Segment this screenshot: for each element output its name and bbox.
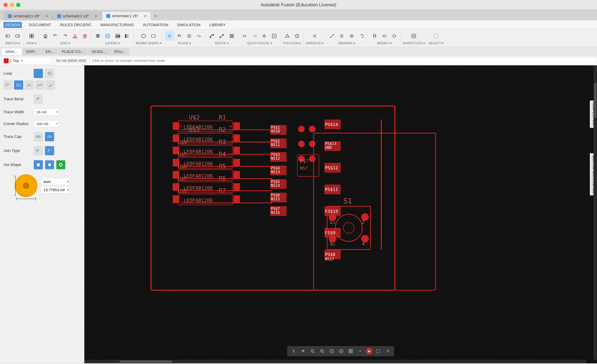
loop-btn-filled[interactable]	[34, 69, 43, 78]
redo-icon[interactable]	[61, 32, 70, 40]
qroute-icon-b[interactable]	[250, 32, 259, 40]
join-type-round[interactable]	[45, 146, 54, 155]
board-icon-b[interactable]	[149, 32, 158, 40]
tab-close-2[interactable]: ✕	[94, 14, 97, 18]
zoom-in-small-icon[interactable]	[319, 348, 326, 355]
qroute-icon-c[interactable]	[260, 32, 269, 40]
zoom-in-icon[interactable]	[338, 348, 345, 355]
menu-automation[interactable]: AUTOMATION	[141, 22, 170, 28]
via-size-select[interactable]: auto 10 mil 20 mil	[41, 178, 70, 185]
grid-icon[interactable]	[347, 348, 354, 355]
delete-icon[interactable]	[80, 32, 89, 40]
select-icon[interactable]	[432, 32, 441, 40]
trace-style-a[interactable]	[4, 80, 13, 90]
close-button[interactable]	[4, 3, 8, 7]
eye-icon[interactable]: 👁	[299, 348, 307, 355]
svg-point-27	[125, 34, 126, 35]
layers-icon-a[interactable]	[93, 32, 102, 40]
polygon-icon-a[interactable]	[283, 32, 292, 40]
menu-document[interactable]: DOCUMENT	[27, 22, 53, 28]
layer-select-dropdown[interactable]: 1 Top ▾	[2, 57, 51, 64]
cut-icon[interactable]	[71, 32, 79, 40]
trace-style-b[interactable]	[14, 80, 23, 90]
stop-icon[interactable]: ●	[366, 348, 372, 354]
trace-style-e[interactable]	[46, 80, 55, 90]
canvas-area[interactable]: U$2 R1 LEDFAB1206 U$3 R2 LEDFAB120	[84, 65, 597, 363]
tab-schematic1-v5-1[interactable]: schematic1 v5* ✕	[4, 12, 53, 20]
shortcuts-icon[interactable]	[409, 32, 418, 40]
switch-icon-b[interactable]	[13, 32, 22, 40]
layers-icon-c[interactable]: DRC	[113, 32, 122, 40]
tab-schematic-icon-2	[57, 14, 61, 18]
trace-bend-btn[interactable]	[34, 95, 43, 104]
scrollbar-thumb-h[interactable]	[119, 361, 172, 363]
menu-simulation[interactable]: SIMULATION	[175, 22, 202, 28]
tab-close-1[interactable]: ✕	[45, 14, 48, 18]
place-icon-c[interactable]	[185, 32, 194, 40]
switch-icon-a[interactable]	[3, 32, 12, 40]
via-drill-select[interactable]: 13.77953 mil 10 mil	[41, 186, 70, 193]
place-icon-b[interactable]	[175, 32, 184, 40]
board-icon-a[interactable]	[139, 32, 148, 40]
trace-cap-round[interactable]	[45, 132, 54, 141]
trace-cap-flat[interactable]	[34, 132, 43, 141]
rework-icon-a[interactable]	[328, 32, 337, 40]
sec-tab-disp[interactable]: DISP...	[23, 48, 41, 55]
sec-tab-place-co[interactable]: PLACE CO...	[58, 48, 87, 55]
vertical-scrollbar[interactable]	[593, 65, 597, 360]
new-tab-button[interactable]: +	[151, 12, 160, 20]
menu-manufacturing[interactable]: MANUFACTURING	[99, 22, 136, 28]
rework-icon-c[interactable]	[347, 32, 356, 40]
home-icon[interactable]	[41, 32, 50, 40]
qroute-icon-d[interactable]	[270, 32, 279, 40]
modify-icon-b[interactable]	[380, 32, 389, 40]
corner-radius-select[interactable]: 100 mil 50 mil 200 mil	[34, 120, 58, 127]
menu-library[interactable]: LIBRARY	[207, 22, 228, 28]
join-type-miter[interactable]	[34, 146, 43, 155]
menu-rules[interactable]: RULES DRC/ERC	[58, 22, 93, 28]
via-shape-square[interactable]	[34, 160, 43, 169]
scrollbar-thumb-v[interactable]	[594, 83, 596, 118]
route-icon-c[interactable]	[227, 32, 236, 40]
route-arrow-icon[interactable]	[384, 348, 391, 355]
modify-icon-c[interactable]	[390, 32, 399, 40]
undo-icon[interactable]	[51, 32, 60, 40]
zoom-out-icon[interactable]	[328, 348, 335, 355]
rework-icon-d[interactable]	[357, 32, 366, 40]
polygon-icon-b[interactable]	[292, 32, 302, 40]
view-icon[interactable]	[27, 32, 36, 40]
via-shape-circle[interactable]	[45, 160, 54, 169]
trace-style-c[interactable]	[25, 80, 34, 90]
select-rect-icon[interactable]	[374, 348, 382, 355]
horizontal-scrollbar[interactable]	[84, 360, 586, 363]
trace-style-d[interactable]	[35, 80, 44, 90]
modify-icon-a[interactable]	[370, 32, 379, 40]
zoom-out-small-icon[interactable]	[309, 348, 316, 355]
tab-close-3[interactable]: ✕	[144, 14, 147, 18]
trace-width-select[interactable]: 16 mil 8 mil 24 mil	[34, 109, 58, 115]
menu-design[interactable]: DESIGN	[4, 22, 22, 28]
command-input[interactable]	[90, 57, 595, 64]
qroute-icon-a[interactable]	[240, 32, 249, 40]
place-icon-d[interactable]	[195, 32, 204, 40]
via-shape-ring[interactable]	[56, 160, 65, 169]
unroute-icon[interactable]	[310, 32, 319, 40]
layers-icon-b[interactable]	[103, 32, 112, 40]
layers-icon-d[interactable]	[123, 32, 132, 40]
sec-tab-desig[interactable]: DESIG...	[88, 48, 110, 55]
sec-tab-rou[interactable]: ROU...	[110, 48, 129, 55]
sec-tab-er[interactable]: ER...	[42, 48, 57, 55]
place-icon-a[interactable]	[165, 32, 174, 40]
route-icon-b[interactable]	[217, 32, 227, 40]
maximize-button[interactable]	[16, 3, 20, 7]
add-icon[interactable]: +	[356, 348, 364, 355]
route-icon-a[interactable]	[207, 32, 217, 40]
info-icon[interactable]: ℹ	[290, 348, 298, 355]
tab-schematic1-v5-2[interactable]: schematic1 v5* ✕	[102, 12, 151, 20]
tab-schematic1-v3[interactable]: schematic1 v3* ✕	[53, 12, 102, 20]
loop-btn-outline[interactable]	[45, 69, 54, 78]
sec-tab-anal[interactable]: ANAL...	[2, 48, 22, 55]
minimize-button[interactable]	[10, 3, 14, 7]
place-label: PLACE ▾	[178, 41, 191, 45]
rework-icon-b[interactable]	[337, 32, 346, 40]
